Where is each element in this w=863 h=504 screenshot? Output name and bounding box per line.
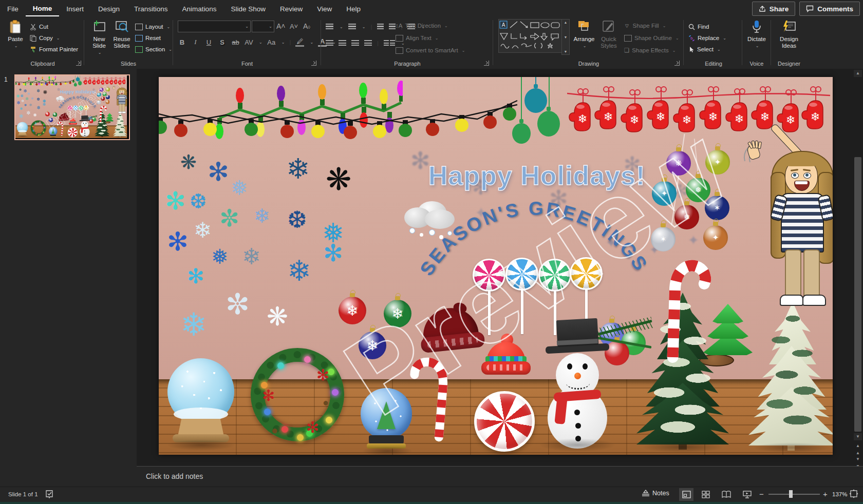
ribbon-group-slides: New Slide ⌄ Reuse Slides Layout⌄ Reset S…: [86, 17, 171, 68]
notes-pane[interactable]: Click to add notes: [137, 466, 863, 487]
slide-title[interactable]: Happy Holidays!: [388, 160, 686, 191]
zoom-level[interactable]: 137%: [832, 491, 847, 497]
reuse-slides-button[interactable]: Reuse Slides: [110, 20, 133, 49]
columns-button[interactable]: [384, 40, 395, 47]
character-spacing-button[interactable]: AV: [245, 38, 253, 46]
zoom-in-button[interactable]: +: [823, 490, 828, 498]
new-slide-button[interactable]: New Slide ⌄: [88, 20, 110, 56]
paste-dropdown-chevron[interactable]: ⌄: [5, 43, 27, 49]
clear-formatting-button[interactable]: A◊: [303, 22, 311, 30]
menu-view[interactable]: View: [310, 1, 339, 16]
spell-check-icon[interactable]: [45, 490, 53, 501]
quick-styles-button[interactable]: Quick Styles: [597, 20, 620, 49]
format-painter-button[interactable]: Format Painter: [30, 44, 78, 55]
svg-text:SEASON'S GREETINGS: SEASON'S GREETINGS: [416, 198, 652, 279]
grow-font-button[interactable]: A˄: [276, 22, 286, 30]
decrease-indent-button[interactable]: [377, 24, 384, 30]
dictate-chevron[interactable]: ⌄: [746, 43, 768, 49]
shapes-more-icon[interactable]: ▼: [564, 50, 568, 53]
scroll-up-arrow[interactable]: ▲: [854, 70, 862, 77]
svg-text:SEASON'S GREETINGS: SEASON'S GREETINGS: [58, 95, 97, 109]
slide-thumbnail[interactable]: ✻✻✻✻✻✦✦✦✦: [14, 74, 130, 140]
replace-button[interactable]: b Replace⌄: [688, 32, 726, 44]
new-slide-chevron[interactable]: ⌄: [89, 49, 110, 56]
section-button[interactable]: Section⌄: [135, 44, 172, 55]
bold-button[interactable]: B: [178, 38, 186, 46]
arrange-button[interactable]: Arrange ⌄: [573, 20, 595, 49]
menu-insert[interactable]: Insert: [59, 1, 91, 16]
design-ideas-button[interactable]: Design Ideas: [778, 20, 800, 49]
normal-view-button[interactable]: [679, 488, 693, 501]
notes-toggle-button[interactable]: Notes: [641, 489, 669, 497]
shapes-scroll-up-icon[interactable]: ▲: [564, 21, 568, 24]
notes-placeholder[interactable]: Click to add notes: [146, 472, 203, 480]
drawing-dialog-launcher[interactable]: [674, 61, 680, 66]
font-name-combo[interactable]: ⌄: [178, 21, 251, 32]
reset-icon: [135, 35, 143, 42]
change-case-button[interactable]: Aa: [267, 38, 276, 46]
ribbon-group-drawing: A ▲ ▼ ▼ Arrange: [496, 17, 682, 68]
align-left-button[interactable]: [326, 40, 333, 47]
align-center-button[interactable]: [339, 40, 346, 47]
dictate-button[interactable]: Dictate ⌄: [745, 20, 768, 49]
convert-smartart-button[interactable]: Convert to SmartArt⌄: [396, 45, 465, 56]
shape-effects-button[interactable]: ❏ Shape Effects⌄: [624, 45, 676, 56]
cut-button[interactable]: Cut: [30, 21, 48, 32]
paragraph-dialog-launcher[interactable]: [484, 61, 489, 66]
highlight-color-button[interactable]: 🖉: [295, 37, 304, 47]
text-direction-button[interactable]: ↕A Text Direction⌄: [396, 20, 448, 31]
justify-button[interactable]: [364, 40, 372, 47]
menu-transitions[interactable]: Transitions: [127, 1, 175, 16]
reset-button[interactable]: Reset: [135, 32, 161, 44]
underline-button[interactable]: U: [204, 38, 213, 46]
thumb-slide-title[interactable]: Happy Holidays!: [53, 89, 103, 94]
zoom-slider-thumb[interactable]: [789, 490, 793, 498]
menu-help[interactable]: Help: [339, 1, 368, 16]
scrollbar-thumb[interactable]: [854, 157, 861, 432]
text-shadow-button[interactable]: S: [218, 38, 227, 46]
zoom-out-button[interactable]: −: [759, 490, 764, 498]
shapes-scroll-down-icon[interactable]: ▼: [564, 35, 568, 39]
slide-canvas[interactable]: ✻✻✻✻✻✦✦✦✦: [15, 75, 127, 138]
bullets-button[interactable]: [326, 24, 333, 30]
menu-slideshow[interactable]: Slide Show: [223, 1, 273, 16]
align-right-button[interactable]: [351, 40, 359, 47]
scroll-down-arrow[interactable]: ▼: [854, 433, 862, 440]
menu-design[interactable]: Design: [91, 1, 127, 16]
font-dialog-launcher[interactable]: [311, 61, 316, 66]
layout-button[interactable]: Layout⌄: [135, 21, 170, 32]
menu-animations[interactable]: Animations: [175, 1, 224, 16]
italic-button[interactable]: I: [191, 38, 200, 46]
menu-review[interactable]: Review: [273, 1, 310, 16]
shrink-font-button[interactable]: A˅: [290, 23, 298, 30]
vertical-scrollbar[interactable]: ▲ ▼ ▲▲ ▼▼: [854, 70, 862, 458]
menu-file[interactable]: File: [0, 1, 26, 16]
find-button[interactable]: Find: [688, 21, 709, 32]
fit-slide-to-window-button[interactable]: [849, 489, 858, 500]
shape-fill-button[interactable]: 🜄 Shape Fill⌄: [624, 20, 666, 31]
shapes-gallery[interactable]: A: [498, 19, 562, 53]
paste-button[interactable]: Paste ⌄: [4, 20, 27, 49]
numbering-button[interactable]: [348, 24, 356, 30]
zoom-slider-track[interactable]: [768, 494, 820, 495]
slide-sorter-view-button[interactable]: [699, 488, 713, 501]
slide-canvas[interactable]: ✻✻✻✻✻✦✦✦✦: [159, 77, 833, 455]
comments-button[interactable]: Comments: [799, 2, 860, 16]
menu-home[interactable]: Home: [26, 1, 60, 16]
copy-dropdown-chevron[interactable]: ⌄: [57, 36, 60, 41]
reading-view-button[interactable]: [719, 488, 734, 501]
align-text-button[interactable]: Align Text⌄: [396, 32, 438, 44]
previous-slide-button[interactable]: ▲▲: [854, 442, 862, 450]
slideshow-view-button[interactable]: [740, 488, 754, 501]
select-button[interactable]: Select⌄: [688, 44, 721, 55]
copy-button[interactable]: Copy ⌄: [30, 32, 60, 44]
strikethrough-button[interactable]: ab: [231, 38, 240, 46]
increase-indent-button[interactable]: [389, 24, 396, 30]
shapes-gallery-scrollbar[interactable]: ▲ ▼ ▼: [561, 19, 570, 55]
arrange-chevron[interactable]: ⌄: [574, 43, 595, 49]
clipboard-dialog-launcher[interactable]: [76, 61, 81, 66]
share-button[interactable]: Share: [752, 2, 796, 16]
shape-outline-button[interactable]: Shape Outline⌄: [624, 32, 679, 44]
next-slide-button[interactable]: ▼▼: [854, 456, 862, 463]
font-size-combo[interactable]: ⌄: [252, 21, 274, 32]
